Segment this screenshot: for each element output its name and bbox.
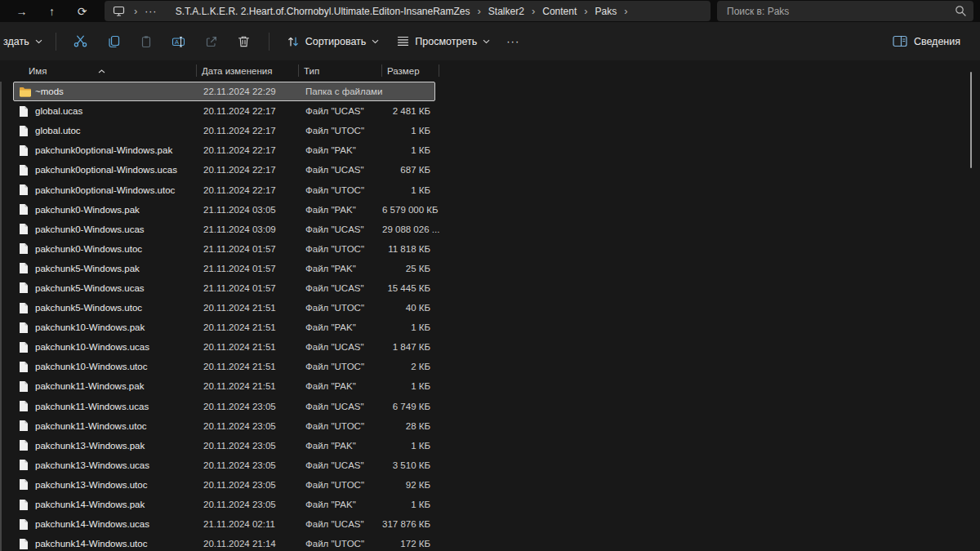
file-row[interactable]: pakchunk10-Windows.utoc 20.11.2024 21:51… xyxy=(13,357,435,376)
file-row[interactable]: pakchunk14-Windows.utoc 20.11.2024 21:14… xyxy=(13,534,435,551)
breadcrumb-segment-paks[interactable]: Paks xyxy=(595,6,617,17)
file-row[interactable]: pakchunk10-Windows.pak 20.11.2024 21:51 … xyxy=(13,318,435,337)
search-input[interactable] xyxy=(717,1,973,21)
file-row[interactable]: pakchunk13-Windows.pak 20.11.2024 23:05 … xyxy=(13,436,435,455)
column-divider[interactable] xyxy=(298,64,299,77)
file-row[interactable]: pakchunk13-Windows.utoc 20.11.2024 23:05… xyxy=(13,475,435,495)
file-type: Файл "PAK" xyxy=(299,205,382,215)
cut-button[interactable] xyxy=(65,29,97,55)
column-headers: Имя Дата изменения Тип Размер xyxy=(13,62,439,80)
file-icon xyxy=(19,322,29,334)
breadcrumb-segment-content[interactable]: Content xyxy=(542,6,577,17)
details-pane-icon xyxy=(893,35,907,47)
file-date-modified: 20.11.2024 23:05 xyxy=(197,402,299,411)
file-row[interactable]: pakchunk11-Windows.pak 20.11.2024 21:51 … xyxy=(13,376,435,396)
file-type: Файл "UTOC" xyxy=(299,539,382,549)
up-icon[interactable]: ↑ xyxy=(37,2,67,21)
refresh-icon[interactable]: ⟳ xyxy=(67,2,97,21)
file-type: Файл "UCAS" xyxy=(299,224,382,234)
column-header-name[interactable]: Имя xyxy=(13,66,196,76)
rename-icon: A xyxy=(172,35,185,48)
search-icon[interactable] xyxy=(955,5,966,20)
file-date-modified: 21.11.2024 01:57 xyxy=(197,283,299,293)
file-row[interactable]: pakchunk13-Windows.ucas 20.11.2024 23:05… xyxy=(13,455,435,475)
file-type: Файл "UTOC" xyxy=(299,303,382,313)
column-divider[interactable] xyxy=(196,64,197,77)
file-type: Папка с файлами xyxy=(299,87,382,96)
file-row[interactable]: pakchunk0-Windows.pak 21.11.2024 03:05 Ф… xyxy=(13,200,435,220)
file-row[interactable]: pakchunk0optional-Windows.ucas 20.11.202… xyxy=(13,160,435,180)
file-icon xyxy=(19,459,29,471)
file-date-modified: 20.11.2024 23:05 xyxy=(197,460,299,470)
file-row[interactable]: ~mods 22.11.2024 22:29 Папка с файлами xyxy=(13,82,435,101)
copy-button[interactable] xyxy=(97,29,130,55)
file-row[interactable]: pakchunk10-Windows.ucas 20.11.2024 21:51… xyxy=(13,337,435,357)
file-type: Файл "PAK" xyxy=(299,381,382,391)
file-row[interactable]: global.ucas 20.11.2024 22:17 Файл "UCAS"… xyxy=(13,101,435,121)
view-button-label: Просмотреть xyxy=(415,36,477,47)
column-divider[interactable] xyxy=(381,64,382,77)
paste-button[interactable] xyxy=(130,29,163,55)
column-header-type[interactable]: Тип xyxy=(298,66,381,76)
file-date-modified: 22.11.2024 22:29 xyxy=(197,87,299,96)
file-name: ~mods xyxy=(35,87,197,96)
file-size: 92 КБ xyxy=(382,480,434,490)
column-header-size[interactable]: Размер xyxy=(381,66,439,76)
file-name: pakchunk14-Windows.utoc xyxy=(35,539,197,549)
file-icon xyxy=(19,341,29,353)
delete-button[interactable] xyxy=(228,29,261,55)
file-name: pakchunk11-Windows.utoc xyxy=(35,421,197,431)
file-row[interactable]: pakchunk5-Windows.ucas 21.11.2024 01:57 … xyxy=(13,278,435,298)
file-icon xyxy=(19,164,29,176)
file-row[interactable]: pakchunk14-Windows.ucas 21.11.2024 02:11… xyxy=(13,514,435,534)
paste-icon xyxy=(140,35,153,48)
file-date-modified: 20.11.2024 22:17 xyxy=(197,165,299,175)
sort-button[interactable]: Сортировать xyxy=(278,29,389,55)
breadcrumb[interactable]: › ··· › S.T.A.L.K.E.R. 2.Heart.of.Chorno… xyxy=(105,1,710,21)
this-pc-monitor-icon[interactable] xyxy=(113,5,125,17)
view-button[interactable]: Просмотреть xyxy=(388,29,499,55)
file-row[interactable]: pakchunk0-Windows.utoc 21.11.2024 01:57 … xyxy=(13,239,435,259)
file-type: Файл "UCAS" xyxy=(299,460,382,470)
file-row[interactable]: pakchunk14-Windows.pak 20.11.2024 23:05 … xyxy=(13,495,435,514)
trash-icon xyxy=(238,35,250,48)
file-icon xyxy=(19,518,29,531)
file-icon xyxy=(19,203,29,216)
file-row[interactable]: pakchunk11-Windows.utoc 20.11.2024 23:05… xyxy=(13,416,435,436)
file-type: Файл "UTOC" xyxy=(299,244,382,254)
column-divider[interactable] xyxy=(439,64,439,77)
column-header-date[interactable]: Дата изменения xyxy=(196,66,298,76)
file-size: 28 КБ xyxy=(382,421,434,431)
file-row[interactable]: pakchunk5-Windows.utoc 20.11.2024 21:51 … xyxy=(13,298,435,318)
explorer-window: { "topbar": { "nav": [ {"name": "forward… xyxy=(0,0,980,551)
breadcrumb-overflow[interactable]: ··· xyxy=(145,6,157,17)
file-row[interactable]: pakchunk5-Windows.pak 21.11.2024 01:57 Ф… xyxy=(13,259,435,278)
file-size: 317 876 КБ xyxy=(382,519,434,529)
file-row[interactable]: global.utoc 20.11.2024 22:17 Файл "UTOC"… xyxy=(13,121,435,140)
search-box[interactable] xyxy=(717,1,973,21)
file-row[interactable]: pakchunk0optional-Windows.pak 20.11.2024… xyxy=(13,140,435,160)
file-row[interactable]: pakchunk11-Windows.ucas 20.11.2024 23:05… xyxy=(13,397,435,416)
file-size: 25 КБ xyxy=(382,264,434,273)
file-icon xyxy=(19,420,29,432)
vertical-scrollbar-thumb[interactable] xyxy=(970,72,972,168)
more-options-button[interactable]: ··· xyxy=(499,29,527,55)
forward-icon[interactable]: → xyxy=(7,2,37,21)
file-row[interactable]: pakchunk0optional-Windows.utoc 20.11.202… xyxy=(13,180,435,199)
title-bar: → ↑ ⟳ › ··· › S.T.A.L.K.E.R. 2.Heart.of.… xyxy=(0,0,980,22)
new-button[interactable]: здать xyxy=(0,29,47,55)
file-row[interactable]: pakchunk0-Windows.ucas 21.11.2024 03:09 … xyxy=(13,220,435,239)
breadcrumb-segment-stalker2[interactable]: Stalker2 xyxy=(488,6,524,17)
share-button[interactable] xyxy=(195,29,228,55)
file-icon xyxy=(19,282,29,294)
file-name: pakchunk0optional-Windows.utoc xyxy=(35,185,197,195)
file-size: 2 481 КБ xyxy=(382,106,434,116)
file-name: pakchunk5-Windows.ucas xyxy=(35,283,197,293)
breadcrumb-segment-root[interactable]: S.T.A.L.K.E.R. 2.Heart.of.Chornobyl.Ulti… xyxy=(176,6,470,17)
file-icon xyxy=(19,262,29,274)
rename-button[interactable]: A xyxy=(163,29,195,55)
file-date-modified: 21.11.2024 03:05 xyxy=(197,205,299,215)
details-pane-button[interactable]: Сведения xyxy=(884,29,969,55)
file-name: pakchunk0-Windows.ucas xyxy=(35,224,197,234)
file-type: Файл "UCAS" xyxy=(299,165,382,175)
